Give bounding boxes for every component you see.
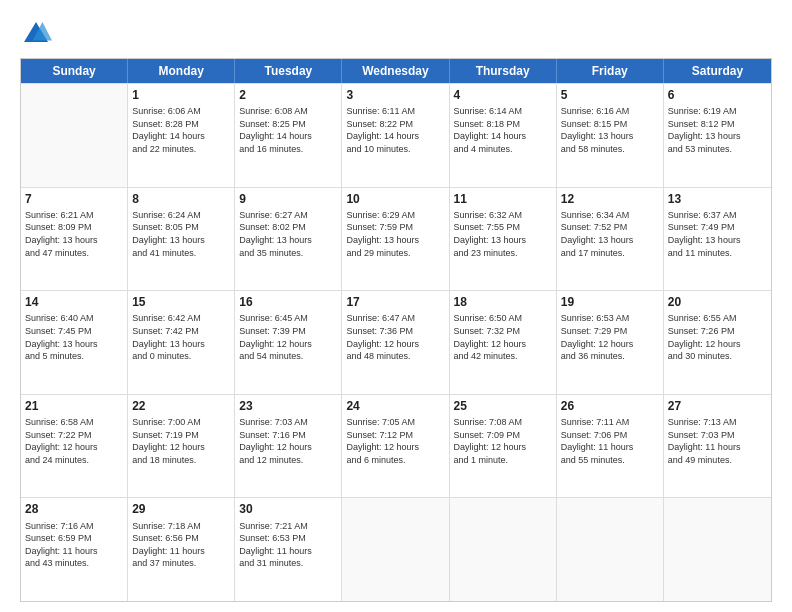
cal-day-12: 12Sunrise: 6:34 AM Sunset: 7:52 PM Dayli… [557, 188, 664, 291]
cal-day-22: 22Sunrise: 7:00 AM Sunset: 7:19 PM Dayli… [128, 395, 235, 498]
cal-day-25: 25Sunrise: 7:08 AM Sunset: 7:09 PM Dayli… [450, 395, 557, 498]
cal-day-18: 18Sunrise: 6:50 AM Sunset: 7:32 PM Dayli… [450, 291, 557, 394]
cal-day-7: 7Sunrise: 6:21 AM Sunset: 8:09 PM Daylig… [21, 188, 128, 291]
day-number: 8 [132, 191, 230, 207]
day-info: Sunrise: 6:42 AM Sunset: 7:42 PM Dayligh… [132, 312, 230, 362]
day-info: Sunrise: 7:03 AM Sunset: 7:16 PM Dayligh… [239, 416, 337, 466]
day-number: 21 [25, 398, 123, 414]
day-header-tuesday: Tuesday [235, 59, 342, 83]
day-info: Sunrise: 6:24 AM Sunset: 8:05 PM Dayligh… [132, 209, 230, 259]
day-info: Sunrise: 7:11 AM Sunset: 7:06 PM Dayligh… [561, 416, 659, 466]
day-number: 22 [132, 398, 230, 414]
day-info: Sunrise: 6:47 AM Sunset: 7:36 PM Dayligh… [346, 312, 444, 362]
cal-row-4: 21Sunrise: 6:58 AM Sunset: 7:22 PM Dayli… [21, 394, 771, 498]
day-info: Sunrise: 7:16 AM Sunset: 6:59 PM Dayligh… [25, 520, 123, 570]
day-info: Sunrise: 6:08 AM Sunset: 8:25 PM Dayligh… [239, 105, 337, 155]
day-number: 20 [668, 294, 767, 310]
day-number: 18 [454, 294, 552, 310]
day-number: 5 [561, 87, 659, 103]
day-info: Sunrise: 6:50 AM Sunset: 7:32 PM Dayligh… [454, 312, 552, 362]
day-info: Sunrise: 7:00 AM Sunset: 7:19 PM Dayligh… [132, 416, 230, 466]
day-number: 2 [239, 87, 337, 103]
cal-row-1: 1Sunrise: 6:06 AM Sunset: 8:28 PM Daylig… [21, 83, 771, 187]
cal-row-5: 28Sunrise: 7:16 AM Sunset: 6:59 PM Dayli… [21, 497, 771, 601]
cal-empty [450, 498, 557, 601]
day-info: Sunrise: 6:37 AM Sunset: 7:49 PM Dayligh… [668, 209, 767, 259]
cal-row-3: 14Sunrise: 6:40 AM Sunset: 7:45 PM Dayli… [21, 290, 771, 394]
day-number: 13 [668, 191, 767, 207]
cal-empty [664, 498, 771, 601]
header [20, 18, 772, 50]
day-info: Sunrise: 6:32 AM Sunset: 7:55 PM Dayligh… [454, 209, 552, 259]
day-info: Sunrise: 7:05 AM Sunset: 7:12 PM Dayligh… [346, 416, 444, 466]
day-number: 12 [561, 191, 659, 207]
day-number: 1 [132, 87, 230, 103]
cal-day-28: 28Sunrise: 7:16 AM Sunset: 6:59 PM Dayli… [21, 498, 128, 601]
day-info: Sunrise: 6:11 AM Sunset: 8:22 PM Dayligh… [346, 105, 444, 155]
cal-day-14: 14Sunrise: 6:40 AM Sunset: 7:45 PM Dayli… [21, 291, 128, 394]
day-number: 10 [346, 191, 444, 207]
day-number: 26 [561, 398, 659, 414]
day-info: Sunrise: 7:21 AM Sunset: 6:53 PM Dayligh… [239, 520, 337, 570]
cal-day-1: 1Sunrise: 6:06 AM Sunset: 8:28 PM Daylig… [128, 84, 235, 187]
day-header-saturday: Saturday [664, 59, 771, 83]
cal-day-3: 3Sunrise: 6:11 AM Sunset: 8:22 PM Daylig… [342, 84, 449, 187]
cal-day-9: 9Sunrise: 6:27 AM Sunset: 8:02 PM Daylig… [235, 188, 342, 291]
day-number: 7 [25, 191, 123, 207]
day-number: 24 [346, 398, 444, 414]
day-header-monday: Monday [128, 59, 235, 83]
cal-day-21: 21Sunrise: 6:58 AM Sunset: 7:22 PM Dayli… [21, 395, 128, 498]
day-number: 3 [346, 87, 444, 103]
day-number: 27 [668, 398, 767, 414]
day-info: Sunrise: 6:34 AM Sunset: 7:52 PM Dayligh… [561, 209, 659, 259]
day-number: 25 [454, 398, 552, 414]
cal-day-19: 19Sunrise: 6:53 AM Sunset: 7:29 PM Dayli… [557, 291, 664, 394]
cal-day-5: 5Sunrise: 6:16 AM Sunset: 8:15 PM Daylig… [557, 84, 664, 187]
day-info: Sunrise: 6:19 AM Sunset: 8:12 PM Dayligh… [668, 105, 767, 155]
day-number: 23 [239, 398, 337, 414]
day-number: 15 [132, 294, 230, 310]
day-info: Sunrise: 6:27 AM Sunset: 8:02 PM Dayligh… [239, 209, 337, 259]
cal-day-16: 16Sunrise: 6:45 AM Sunset: 7:39 PM Dayli… [235, 291, 342, 394]
cal-day-20: 20Sunrise: 6:55 AM Sunset: 7:26 PM Dayli… [664, 291, 771, 394]
day-info: Sunrise: 7:13 AM Sunset: 7:03 PM Dayligh… [668, 416, 767, 466]
day-info: Sunrise: 7:08 AM Sunset: 7:09 PM Dayligh… [454, 416, 552, 466]
day-info: Sunrise: 6:16 AM Sunset: 8:15 PM Dayligh… [561, 105, 659, 155]
day-number: 6 [668, 87, 767, 103]
cal-day-23: 23Sunrise: 7:03 AM Sunset: 7:16 PM Dayli… [235, 395, 342, 498]
calendar-header: SundayMondayTuesdayWednesdayThursdayFrid… [21, 59, 771, 83]
cal-day-13: 13Sunrise: 6:37 AM Sunset: 7:49 PM Dayli… [664, 188, 771, 291]
cal-day-30: 30Sunrise: 7:21 AM Sunset: 6:53 PM Dayli… [235, 498, 342, 601]
day-number: 9 [239, 191, 337, 207]
cal-day-26: 26Sunrise: 7:11 AM Sunset: 7:06 PM Dayli… [557, 395, 664, 498]
cal-row-2: 7Sunrise: 6:21 AM Sunset: 8:09 PM Daylig… [21, 187, 771, 291]
day-number: 19 [561, 294, 659, 310]
cal-day-4: 4Sunrise: 6:14 AM Sunset: 8:18 PM Daylig… [450, 84, 557, 187]
cal-day-11: 11Sunrise: 6:32 AM Sunset: 7:55 PM Dayli… [450, 188, 557, 291]
day-number: 17 [346, 294, 444, 310]
cal-day-17: 17Sunrise: 6:47 AM Sunset: 7:36 PM Dayli… [342, 291, 449, 394]
day-number: 28 [25, 501, 123, 517]
cal-day-2: 2Sunrise: 6:08 AM Sunset: 8:25 PM Daylig… [235, 84, 342, 187]
calendar: SundayMondayTuesdayWednesdayThursdayFrid… [20, 58, 772, 602]
day-header-sunday: Sunday [21, 59, 128, 83]
calendar-body: 1Sunrise: 6:06 AM Sunset: 8:28 PM Daylig… [21, 83, 771, 601]
day-header-friday: Friday [557, 59, 664, 83]
day-header-wednesday: Wednesday [342, 59, 449, 83]
day-info: Sunrise: 6:29 AM Sunset: 7:59 PM Dayligh… [346, 209, 444, 259]
day-info: Sunrise: 6:14 AM Sunset: 8:18 PM Dayligh… [454, 105, 552, 155]
cal-day-29: 29Sunrise: 7:18 AM Sunset: 6:56 PM Dayli… [128, 498, 235, 601]
cal-empty [557, 498, 664, 601]
day-header-thursday: Thursday [450, 59, 557, 83]
day-info: Sunrise: 6:55 AM Sunset: 7:26 PM Dayligh… [668, 312, 767, 362]
cal-day-8: 8Sunrise: 6:24 AM Sunset: 8:05 PM Daylig… [128, 188, 235, 291]
day-info: Sunrise: 6:53 AM Sunset: 7:29 PM Dayligh… [561, 312, 659, 362]
logo-icon [20, 18, 52, 50]
cal-empty [21, 84, 128, 187]
cal-day-15: 15Sunrise: 6:42 AM Sunset: 7:42 PM Dayli… [128, 291, 235, 394]
day-info: Sunrise: 6:58 AM Sunset: 7:22 PM Dayligh… [25, 416, 123, 466]
day-number: 29 [132, 501, 230, 517]
day-info: Sunrise: 6:40 AM Sunset: 7:45 PM Dayligh… [25, 312, 123, 362]
cal-empty [342, 498, 449, 601]
cal-day-27: 27Sunrise: 7:13 AM Sunset: 7:03 PM Dayli… [664, 395, 771, 498]
